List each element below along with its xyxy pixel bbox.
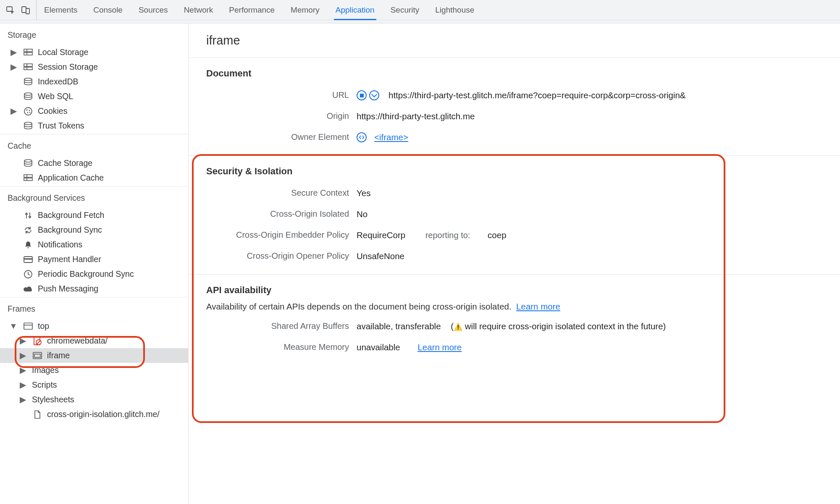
sidebar-item-background-sync[interactable]: ▶Background Sync: [0, 223, 188, 237]
cookie-icon: [23, 107, 34, 116]
value-shared-array-buffers: available, transferable: [357, 321, 441, 331]
link-learn-more-api[interactable]: Learn more: [516, 302, 560, 311]
panel-security-isolation: Security & Isolation Secure ContextYes C…: [189, 156, 840, 275]
table-icon: [23, 173, 34, 183]
tab-application[interactable]: Application: [336, 0, 375, 20]
sidebar-item-cross-origin-isolation[interactable]: ▶cross-origin-isolation.glitch.me/: [0, 407, 188, 422]
svg-rect-7: [24, 67, 32, 70]
sidebar-item-label: Local Storage: [38, 47, 88, 57]
sidebar-item-label: Background Sync: [38, 225, 102, 235]
svg-rect-3: [24, 49, 32, 52]
warning-icon: ⚠️: [454, 323, 462, 331]
sidebar-item-label: Application Cache: [38, 173, 104, 183]
svg-point-13: [29, 110, 30, 111]
sidebar-item-iframe[interactable]: ▶iframe: [0, 348, 188, 363]
devtools-toolbar: Elements Console Sources Network Perform…: [0, 0, 840, 20]
label-cross-origin-isolated: Cross-Origin Isolated: [206, 209, 349, 219]
tab-console[interactable]: Console: [93, 0, 123, 20]
sidebar-item-notifications[interactable]: ▶Notifications: [0, 237, 188, 252]
reveal-network-icon[interactable]: [369, 90, 379, 100]
label-reporting-to: reporting to:: [425, 231, 470, 240]
window-icon: [23, 322, 34, 331]
sidebar-item-chromewebdata[interactable]: ▶chromewebdata/: [0, 333, 188, 348]
svg-rect-4: [24, 52, 32, 55]
tab-memory[interactable]: Memory: [291, 0, 320, 20]
reveal-source-icon[interactable]: [357, 90, 367, 100]
sidebar-item-label: Trust Tokens: [38, 121, 84, 131]
toolbar-icon-group: [6, 0, 37, 20]
sidebar-item-label: Cache Storage: [38, 158, 92, 168]
label-origin: Origin: [206, 111, 349, 121]
section-header-frames: Frames: [0, 297, 188, 319]
sidebar-item-application-cache[interactable]: ▶Application Cache: [0, 171, 188, 185]
blocked-page-icon: [32, 336, 43, 346]
updown-arrows-icon: [23, 211, 34, 220]
value-reporting-to: coep: [488, 230, 506, 240]
sidebar-item-stylesheets[interactable]: ▶Stylesheets: [0, 392, 188, 407]
section-header-background-services: Background Services: [0, 186, 188, 208]
database-icon: [23, 159, 34, 168]
tab-performance[interactable]: Performance: [229, 0, 275, 20]
sidebar-item-cookies[interactable]: ▶Cookies: [0, 104, 188, 118]
svg-point-11: [24, 108, 32, 115]
sidebar-item-periodic-background-sync[interactable]: ▶Periodic Background Sync: [0, 267, 188, 281]
svg-point-10: [24, 93, 32, 95]
sidebar-item-label: Cookies: [38, 106, 67, 116]
code-icon[interactable]: [357, 132, 367, 142]
sidebar-item-session-storage[interactable]: ▶Session Storage: [0, 60, 188, 74]
inspect-element-icon[interactable]: [6, 5, 15, 15]
sidebar-item-label: Background Fetch: [38, 210, 104, 220]
sidebar-item-background-fetch[interactable]: ▶Background Fetch: [0, 208, 188, 223]
link-owner-element[interactable]: <iframe>: [374, 132, 408, 142]
sidebar-item-label: Images: [32, 365, 59, 375]
svg-point-16: [24, 122, 32, 125]
panel-heading-document: Document: [206, 68, 822, 79]
database-icon: [23, 121, 34, 131]
sidebar-item-indexeddb[interactable]: ▶IndexedDB: [0, 74, 188, 89]
sidebar-item-push-messaging[interactable]: ▶Push Messaging: [0, 281, 188, 296]
cloud-icon: [23, 284, 34, 294]
tab-lighthouse[interactable]: Lighthouse: [435, 0, 474, 20]
device-toggle-icon[interactable]: [21, 5, 30, 15]
label-secure-context: Secure Context: [206, 188, 349, 198]
database-icon: [23, 77, 34, 87]
panel-heading-api: API availability: [206, 285, 822, 296]
application-sidebar: Storage ▶Local Storage ▶Session Storage …: [0, 24, 189, 504]
sidebar-item-label: chromewebdata/: [47, 336, 108, 346]
sidebar-item-frames-top[interactable]: ▼top: [0, 319, 188, 333]
value-cross-origin-isolated: No: [357, 209, 368, 219]
api-availability-description: Availability of certain APIs depends on …: [206, 302, 822, 312]
svg-rect-22: [24, 258, 32, 260]
sidebar-item-label: Session Storage: [38, 62, 98, 72]
svg-point-9: [24, 78, 32, 81]
sidebar-item-trust-tokens[interactable]: ▶Trust Tokens: [0, 118, 188, 133]
label-measure-memory: Measure Memory: [206, 342, 349, 352]
value-coop: UnsafeNone: [357, 251, 404, 261]
tab-sources[interactable]: Sources: [139, 0, 168, 20]
tab-network[interactable]: Network: [184, 0, 213, 20]
sidebar-item-label: Notifications: [38, 240, 82, 249]
tab-security[interactable]: Security: [391, 0, 420, 20]
panel-document: Document URL https://third-party-test.gl…: [189, 58, 840, 156]
svg-point-14: [27, 112, 29, 113]
page-title: iframe: [189, 24, 840, 58]
svg-rect-30: [34, 354, 40, 357]
table-icon: [23, 63, 34, 72]
database-icon: [23, 92, 34, 101]
frame-icon: [32, 351, 43, 360]
sidebar-item-websql[interactable]: ▶Web SQL: [0, 89, 188, 104]
value-measure-memory: unavailable: [357, 342, 400, 352]
sidebar-item-local-storage[interactable]: ▶Local Storage: [0, 45, 188, 60]
sub-toolbar: [0, 20, 840, 24]
sidebar-item-images[interactable]: ▶Images: [0, 363, 188, 378]
sidebar-item-payment-handler[interactable]: ▶Payment Handler: [0, 252, 188, 267]
sidebar-item-label: top: [38, 321, 49, 331]
label-url: URL: [206, 90, 349, 100]
sidebar-item-scripts[interactable]: ▶Scripts: [0, 378, 188, 392]
svg-point-15: [29, 112, 30, 113]
sidebar-item-cache-storage[interactable]: ▶Cache Storage: [0, 156, 188, 171]
link-learn-more-measure-memory[interactable]: Learn more: [417, 342, 462, 352]
svg-rect-1: [22, 7, 26, 13]
table-icon: [23, 48, 34, 57]
tab-elements[interactable]: Elements: [44, 0, 77, 20]
